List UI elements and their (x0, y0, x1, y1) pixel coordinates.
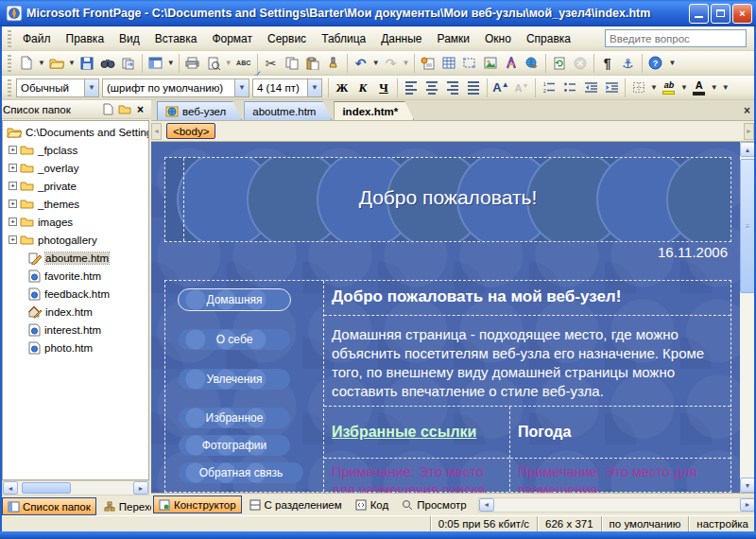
scroll-down-icon[interactable]: ▼ (740, 478, 755, 493)
close-button[interactable]: × (732, 4, 752, 24)
font-color-dropdown[interactable]: ▼ (710, 83, 719, 92)
expand-icon[interactable]: + (9, 235, 17, 244)
web-component-button[interactable] (418, 53, 438, 74)
borders-button[interactable] (628, 78, 649, 98)
tree-folder[interactable]: +_private (3, 177, 148, 195)
expand-icon[interactable]: + (9, 217, 17, 226)
print-preview-button[interactable] (203, 53, 224, 74)
stop-button[interactable] (570, 53, 591, 74)
menu-table[interactable]: Таблица (314, 29, 373, 48)
print-button[interactable] (182, 53, 203, 74)
nav-button-favorites[interactable]: Избранное (179, 408, 290, 428)
tree-file[interactable]: favorite.htm (3, 267, 148, 285)
favorite-links-link[interactable]: Избранные ссылки (332, 424, 476, 441)
print-preview-dropdown[interactable]: ▼ (224, 59, 233, 67)
menu-insert[interactable]: Вставка (147, 29, 205, 48)
quicktag-scroll-left-icon[interactable]: ◄ (151, 123, 162, 140)
tree-folder[interactable]: +_overlay (3, 159, 148, 177)
nav-button-interests[interactable]: Увлечения (179, 369, 290, 390)
menu-help[interactable]: Справка (519, 29, 578, 48)
tab-design-view[interactable]: Конструктор (153, 496, 242, 513)
minimize-button[interactable] (689, 4, 709, 24)
expand-icon[interactable]: + (9, 182, 17, 190)
toolbar-grip[interactable] (8, 79, 11, 96)
toolbar-options-chevron[interactable]: ▼ (721, 83, 730, 92)
numbered-list-button[interactable]: 12 (539, 78, 559, 98)
align-center-button[interactable] (421, 78, 442, 98)
tree-root[interactable]: C:\Documents and Setting (3, 123, 148, 141)
ask-question-box[interactable]: ▼ (605, 29, 747, 47)
toolbar-grip[interactable] (8, 55, 11, 72)
tab-preview-view[interactable]: Просмотр (396, 496, 472, 513)
menu-tools[interactable]: Сервис (260, 29, 314, 48)
align-left-button[interactable] (401, 78, 421, 98)
folder-list-hscrollbar[interactable]: ◄ ► (2, 480, 149, 496)
font-color-button[interactable]: A (689, 78, 710, 98)
scroll-thumb[interactable] (22, 482, 71, 494)
expand-icon[interactable]: + (9, 200, 17, 208)
expand-icon[interactable]: + (9, 146, 17, 154)
menu-edit[interactable]: Правка (59, 29, 112, 48)
open-button[interactable] (46, 53, 67, 74)
publish-site-button[interactable] (118, 53, 139, 74)
show-formatting-marks-button[interactable]: ¶ (597, 53, 618, 74)
expand-icon[interactable]: + (9, 164, 17, 172)
new-page-icon[interactable] (100, 102, 116, 117)
align-right-button[interactable] (442, 78, 463, 98)
tree-file[interactable]: index.htm (3, 303, 148, 321)
redo-button[interactable]: ↷ (381, 53, 402, 74)
tree-folder[interactable]: +_themes (3, 195, 148, 213)
nav-button-photos[interactable]: Фотографии (179, 435, 290, 456)
tab-code-view[interactable]: Код (350, 496, 395, 513)
help-button[interactable]: ? (645, 53, 666, 74)
insert-wordart-button[interactable] (501, 53, 522, 74)
hyperlink-button[interactable] (522, 53, 542, 74)
scroll-left-icon[interactable]: ◄ (479, 498, 494, 512)
scroll-right-icon[interactable]: ► (740, 498, 755, 512)
font-select[interactable]: (шрифт по умолчанию)▼ (102, 78, 249, 97)
decrease-indent-button[interactable] (580, 78, 601, 98)
menu-window[interactable]: Окно (477, 29, 519, 48)
tab-folder-list[interactable]: Список папок (2, 497, 96, 515)
menu-data[interactable]: Данные (373, 29, 429, 48)
scroll-right-icon[interactable]: ► (133, 481, 148, 495)
bullet-list-button[interactable] (559, 78, 580, 98)
tab-index-active[interactable]: index.htm* (334, 101, 414, 120)
ask-question-input[interactable] (606, 33, 756, 44)
menu-format[interactable]: Формат (204, 29, 260, 48)
bold-button[interactable]: Ж (332, 78, 352, 98)
close-panel-icon[interactable]: × (132, 102, 148, 117)
paste-button[interactable] (302, 53, 323, 74)
editor-hscrollbar[interactable]: ◄ ► (478, 497, 756, 513)
menu-file[interactable]: Файл (15, 29, 59, 48)
format-painter-button[interactable] (323, 53, 344, 74)
cut-button[interactable]: ✂ (261, 53, 282, 74)
undo-button[interactable]: ↶ (351, 53, 371, 74)
tree-folder[interactable]: +photogallery (3, 231, 148, 249)
tab-web-site[interactable]: веб-узел (157, 101, 242, 120)
close-page-icon[interactable]: × (744, 104, 750, 117)
quicktag-scroll-right-icon[interactable]: ► (744, 123, 754, 140)
find-button[interactable] (97, 53, 118, 74)
design-canvas[interactable]: Добро пожаловать! 16.11.2006 Домашняя О … (151, 142, 740, 493)
insert-picture-button[interactable] (480, 53, 501, 74)
highlight-dropdown[interactable]: ▼ (679, 83, 689, 92)
increase-indent-button[interactable] (601, 78, 622, 98)
scroll-up-icon[interactable]: ▲ (740, 142, 755, 157)
body-tag-chip[interactable]: <body> (166, 123, 215, 139)
menu-frames[interactable]: Рамки (430, 29, 477, 48)
save-button[interactable] (77, 53, 97, 74)
redo-dropdown[interactable]: ▼ (402, 59, 411, 67)
nav-button-home[interactable]: Домашняя (179, 289, 290, 310)
tree-file[interactable]: photo.htm (3, 339, 148, 356)
spelling-button[interactable]: ABC✓ (233, 53, 254, 74)
new-page-dropdown[interactable]: ▼ (37, 59, 46, 67)
justify-button[interactable] (463, 78, 484, 98)
refresh-button[interactable] (549, 53, 570, 74)
tree-file[interactable]: interest.htm (3, 321, 148, 339)
toolbar-grip[interactable] (8, 30, 11, 47)
undo-dropdown[interactable]: ▼ (371, 59, 381, 67)
open-dropdown[interactable]: ▼ (67, 59, 77, 67)
bookmark-anchor-button[interactable]: ⚓ (618, 53, 639, 74)
underline-button[interactable]: Ч (373, 78, 394, 98)
